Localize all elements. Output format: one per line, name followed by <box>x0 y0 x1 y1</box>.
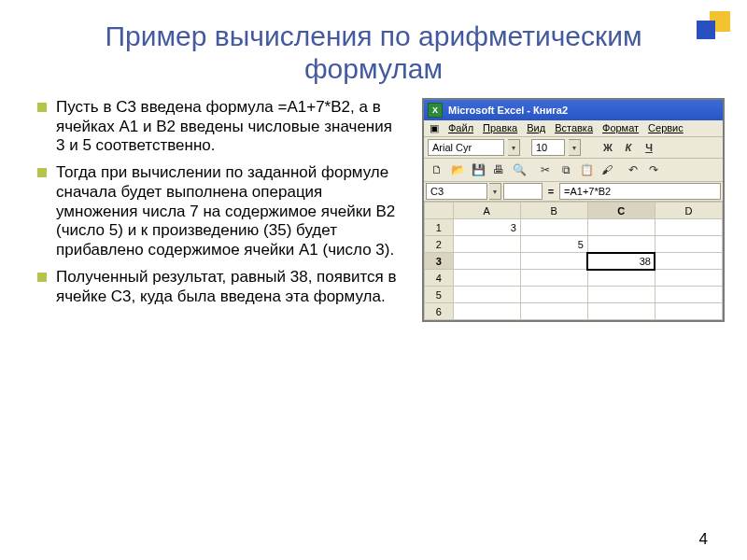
formula-input[interactable]: =A1+7*B2 <box>559 183 721 200</box>
copy-icon[interactable]: ⧉ <box>557 161 575 179</box>
font-size-select[interactable]: 10 <box>531 139 565 156</box>
cell[interactable] <box>655 287 722 303</box>
cell-selected[interactable]: 38 <box>587 253 655 270</box>
table-row: 5 <box>425 287 723 303</box>
cell[interactable] <box>453 287 520 303</box>
table-row: 6 <box>425 303 723 320</box>
bullet-item: Пусть в С3 введена формула =А1+7*В2, а в… <box>37 98 405 156</box>
font-name-select[interactable]: Arial Cyr <box>428 139 504 156</box>
bullet-list: Пусть в С3 введена формула =А1+7*В2, а в… <box>37 98 405 322</box>
bullet-item: Полученный результат, равный 38, появитс… <box>37 268 405 306</box>
menu-view[interactable]: Вид <box>527 122 545 134</box>
row-header[interactable]: 2 <box>425 236 454 253</box>
redo-icon[interactable]: ↷ <box>644 161 663 179</box>
cell[interactable] <box>655 236 722 253</box>
standard-toolbar: 🗋 📂 💾 🖶 🔍 ✂ ⧉ 📋 🖌 ↶ ↷ <box>424 159 723 182</box>
row-header[interactable]: 5 <box>425 287 454 303</box>
cell[interactable]: 3 <box>453 219 520 236</box>
cell[interactable] <box>587 219 655 236</box>
window-title: Microsoft Excel - Книга2 <box>448 105 568 116</box>
cell[interactable] <box>453 236 520 253</box>
slide-title: Пример вычисления по арифметическим форм… <box>37 21 710 85</box>
cell[interactable] <box>587 236 655 253</box>
cell[interactable] <box>655 219 722 236</box>
app-menu-icon[interactable]: ▣ <box>430 122 439 134</box>
preview-icon[interactable]: 🔍 <box>510 161 529 179</box>
window-titlebar: X Microsoft Excel - Книга2 <box>424 100 723 120</box>
print-icon[interactable]: 🖶 <box>489 161 508 179</box>
cell[interactable] <box>520 270 587 287</box>
chevron-down-icon[interactable]: ▾ <box>508 139 520 156</box>
cell[interactable]: 5 <box>520 236 587 253</box>
col-header[interactable]: C <box>587 203 655 219</box>
spreadsheet-grid[interactable]: A B C D 1 3 2 5 3 <box>424 202 723 320</box>
page-number: 4 <box>699 530 708 549</box>
formatting-toolbar: Arial Cyr ▾ 10 ▾ Ж К Ч <box>424 137 723 159</box>
table-row: 4 <box>425 270 723 287</box>
menu-format[interactable]: Формат <box>602 122 639 134</box>
cell[interactable] <box>587 287 655 303</box>
col-header[interactable]: B <box>520 203 587 219</box>
row-header[interactable]: 1 <box>425 219 454 236</box>
excel-window: X Microsoft Excel - Книга2 ▣ Файл Правка… <box>422 98 725 322</box>
underline-button[interactable]: Ч <box>641 139 657 156</box>
cell[interactable] <box>520 219 587 236</box>
cell[interactable] <box>453 253 520 270</box>
cell[interactable] <box>655 253 722 270</box>
chevron-down-icon[interactable]: ▾ <box>489 183 501 200</box>
row-header[interactable]: 6 <box>425 303 454 320</box>
col-header[interactable]: A <box>453 203 520 219</box>
table-row: 2 5 <box>425 236 723 253</box>
row-header[interactable]: 3 <box>425 253 454 270</box>
new-file-icon[interactable]: 🗋 <box>428 161 446 179</box>
menu-file[interactable]: Файл <box>448 122 473 134</box>
undo-icon[interactable]: ↶ <box>624 161 642 179</box>
col-header[interactable]: D <box>655 203 722 219</box>
table-row: 1 3 <box>425 219 723 236</box>
cut-icon[interactable]: ✂ <box>536 161 555 179</box>
bullet-item: Тогда при вычислении по заданной формуле… <box>37 163 405 260</box>
excel-app-icon: X <box>428 103 443 118</box>
menu-bar: ▣ Файл Правка Вид Вставка Формат Сервис <box>424 120 723 137</box>
save-icon[interactable]: 💾 <box>469 161 487 179</box>
row-header[interactable]: 4 <box>425 270 454 287</box>
formula-tools[interactable] <box>503 183 543 200</box>
cell[interactable] <box>453 303 520 320</box>
select-all-corner[interactable] <box>425 203 454 219</box>
format-painter-icon[interactable]: 🖌 <box>598 161 616 179</box>
cell[interactable] <box>655 270 722 287</box>
paste-icon[interactable]: 📋 <box>577 161 596 179</box>
cell[interactable] <box>655 303 722 320</box>
cell[interactable] <box>587 303 655 320</box>
menu-insert[interactable]: Вставка <box>555 122 593 134</box>
chevron-down-icon[interactable]: ▾ <box>569 139 581 156</box>
cell[interactable] <box>520 287 587 303</box>
slide-corner-decoration <box>693 11 730 49</box>
table-row: 3 38 <box>425 253 723 270</box>
cell[interactable] <box>520 303 587 320</box>
bold-button[interactable]: Ж <box>599 139 616 156</box>
menu-service[interactable]: Сервис <box>648 122 684 134</box>
name-box[interactable]: C3 <box>426 183 487 200</box>
cell[interactable] <box>453 270 520 287</box>
italic-button[interactable]: К <box>620 139 637 156</box>
menu-edit[interactable]: Правка <box>483 122 517 134</box>
equals-label: = <box>544 186 557 197</box>
cell[interactable] <box>520 253 587 270</box>
formula-bar: C3 ▾ = =A1+7*B2 <box>424 182 723 202</box>
open-file-icon[interactable]: 📂 <box>448 161 467 179</box>
cell[interactable] <box>587 270 655 287</box>
